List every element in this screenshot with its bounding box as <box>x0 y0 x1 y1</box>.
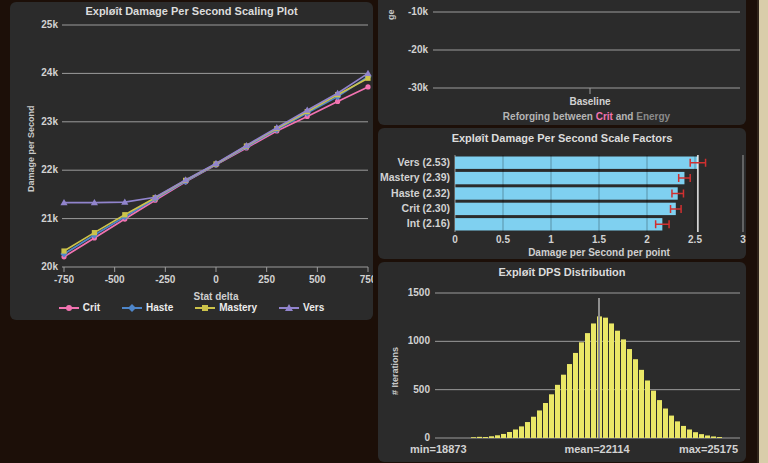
marker-square <box>122 212 127 217</box>
x-tick-label: -500 <box>93 274 137 285</box>
reforge-caption-part: Crit <box>596 111 613 122</box>
histogram-bar <box>531 417 536 438</box>
x-tick-label: 0.5 <box>485 234 521 245</box>
marker-square <box>202 305 208 311</box>
histogram-bar <box>639 370 644 438</box>
dps-distribution-canvas <box>378 262 746 462</box>
x-tick-label: 2 <box>629 234 665 245</box>
legend-item-crit: Crit <box>59 302 100 313</box>
histogram-bar <box>675 421 680 438</box>
legend-item-haste: Haste <box>122 302 173 313</box>
reforge-caption: Reforging between Crit and Energy <box>433 111 740 122</box>
marker-diamond <box>128 304 136 312</box>
marker-square <box>92 230 97 235</box>
histogram-bar <box>483 437 488 438</box>
bar-label: Vers (2.53) <box>378 156 450 168</box>
marker-circle <box>66 305 72 311</box>
histogram-bar <box>645 380 650 438</box>
y-tick-label: 23k <box>10 116 58 127</box>
y-tick-label: -20k <box>383 44 428 55</box>
bar-label: Crit (2.30) <box>378 202 450 214</box>
x-tick-label: 250 <box>245 274 289 285</box>
page-background-strip <box>757 0 768 463</box>
scaling-plot-canvas <box>10 2 373 320</box>
reforge-caption-part: Reforging between <box>503 111 596 122</box>
histogram-bar <box>699 434 704 438</box>
y-tick-label: -30k <box>383 82 428 93</box>
reforge-caption-part: and <box>613 111 636 122</box>
y-tick-label: 0 <box>386 432 430 443</box>
histogram-bar <box>657 400 662 438</box>
bar-label: Int (2.16) <box>378 217 450 229</box>
histogram-bar <box>633 359 638 438</box>
reforge-baseline-tick-label: Baseline <box>550 96 630 107</box>
histogram-bar <box>579 342 584 438</box>
y-tick-label: 500 <box>386 384 430 395</box>
histogram-bar <box>567 364 572 438</box>
histogram-bar <box>501 434 506 438</box>
legend-label: Vers <box>303 302 324 313</box>
histogram-bar <box>555 385 560 438</box>
histogram-bar <box>513 429 518 438</box>
legend-label: Mastery <box>219 302 257 313</box>
histogram-bar <box>543 403 548 438</box>
x-tick-label: 1 <box>533 234 569 245</box>
legend-item-mastery: Mastery <box>195 302 257 313</box>
y-tick-label: 20k <box>10 261 58 272</box>
histogram-bar <box>495 435 500 438</box>
marker-circle <box>365 84 370 89</box>
histogram-bar <box>591 323 596 438</box>
scaling-plot-legend: CritHasteMasteryVers <box>10 302 373 313</box>
histogram-bar <box>489 436 494 438</box>
x-tick-label: 0 <box>194 274 238 285</box>
y-tick-label: 21k <box>10 213 58 224</box>
scale-factor-bar <box>455 172 684 184</box>
x-tick-label: -250 <box>143 274 187 285</box>
histogram-bar <box>621 339 626 438</box>
scale-factor-bar <box>455 203 676 215</box>
legend-marker-square-icon <box>195 303 215 313</box>
y-tick-label: 1500 <box>386 287 430 298</box>
scale-factor-bar <box>455 187 678 199</box>
histogram-bar <box>687 429 692 438</box>
x-tick-label: 750 <box>346 274 373 285</box>
y-tick-label: 1000 <box>386 335 430 346</box>
x-tick-label: 2.5 <box>677 234 713 245</box>
scale-factor-bar <box>455 218 662 230</box>
scale-factor-bar <box>455 157 698 169</box>
dps-min-label: min=18873 <box>410 443 467 455</box>
marker-square <box>365 76 370 81</box>
histogram-bar <box>717 437 722 438</box>
legend-marker-triangle-icon <box>279 303 299 313</box>
histogram-bar <box>669 416 674 438</box>
legend-marker-diamond-icon <box>122 303 142 313</box>
dps-distribution-panel: Expløît DPS Distribution # Iterations mi… <box>378 262 746 462</box>
bar-label: Mastery (2.39) <box>378 171 450 183</box>
histogram-bar <box>561 375 566 438</box>
y-tick-label: -10k <box>383 6 428 17</box>
histogram-bar <box>603 318 608 438</box>
histogram-bar <box>525 422 530 438</box>
legend-item-vers: Vers <box>279 302 324 313</box>
histogram-bar <box>663 409 668 438</box>
histogram-bar <box>681 426 686 438</box>
histogram-bar <box>627 349 632 438</box>
histogram-bar <box>585 333 590 438</box>
legend-label: Crit <box>83 302 100 313</box>
histogram-bar <box>477 437 482 438</box>
histogram-bar <box>615 331 620 438</box>
reforge-plot-panel: ge Baseline Reforging between Crit and E… <box>378 0 746 125</box>
x-tick-label: 1.5 <box>581 234 617 245</box>
scaling-plot-xlabel: Stat delta <box>64 291 368 302</box>
y-tick-label: 24k <box>10 67 58 78</box>
histogram-bar <box>471 437 476 438</box>
scaling-plot-panel: Expløît Damage Per Second Scaling Plot D… <box>10 2 373 320</box>
bar-label: Haste (2.32) <box>378 187 450 199</box>
legend-marker-circle-icon <box>59 303 79 313</box>
series-line-vers <box>64 73 368 202</box>
marker-square <box>61 248 66 253</box>
histogram-bar <box>573 353 578 438</box>
histogram-bar <box>609 323 614 438</box>
histogram-bar <box>519 426 524 438</box>
scale-factors-xlabel: Damage per Second per point <box>455 247 743 258</box>
